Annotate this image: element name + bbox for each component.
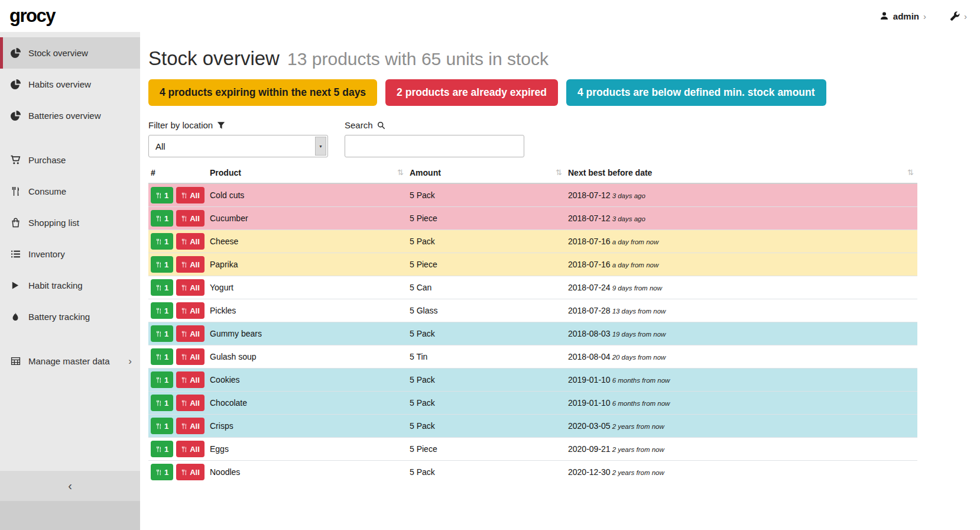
consume-all-button[interactable]: All — [176, 233, 205, 250]
sidebar-item-purchase[interactable]: Purchase — [0, 144, 140, 176]
sidebar-nav: Stock overview Habits overview Batteries… — [0, 32, 140, 377]
shopping-bag-icon — [11, 218, 22, 228]
product-name: Yogurt — [207, 276, 407, 299]
search-input[interactable] — [345, 135, 524, 157]
consume-one-button[interactable]: 1 — [151, 348, 173, 365]
alert-expired[interactable]: 2 products are already expired — [385, 79, 558, 106]
user-name: admin — [893, 11, 919, 21]
sidebar-item-habit-tracking[interactable]: Habit tracking — [0, 270, 140, 301]
location-select-value: All — [149, 141, 315, 151]
product-name: Cookies — [207, 369, 407, 392]
location-select[interactable]: All ▾ — [148, 135, 328, 157]
column-header-amount[interactable]: Amount ⇅ — [407, 164, 566, 183]
consume-all-button[interactable]: All — [176, 418, 205, 434]
sidebar: Stock overview Habits overview Batteries… — [0, 32, 140, 530]
row-actions: 1All — [148, 207, 207, 230]
cutlery-icon — [181, 400, 187, 406]
sidebar-item-shopping-list[interactable]: Shopping list — [0, 207, 140, 238]
sort-icon[interactable]: ⇅ — [556, 168, 562, 177]
best-before-date: 2018-08-0420 days from now — [566, 345, 917, 369]
consume-one-button[interactable]: 1 — [151, 371, 173, 388]
table-icon — [11, 356, 22, 366]
app-logo[interactable]: grocy — [9, 5, 55, 27]
cutlery-icon — [181, 377, 187, 383]
cutlery-icon — [181, 423, 187, 429]
consume-one-button[interactable]: 1 — [151, 187, 173, 203]
product-name: Crisps — [207, 415, 407, 438]
consume-all-button[interactable]: All — [176, 395, 205, 411]
consume-all-button[interactable]: All — [176, 302, 205, 319]
sidebar-item-stock-overview[interactable]: Stock overview — [0, 37, 140, 69]
sidebar-item-manage-master-data[interactable]: Manage master data › — [0, 345, 140, 377]
best-before-date: 2018-07-123 days ago — [566, 207, 917, 230]
sidebar-bottom-strip — [0, 501, 140, 530]
settings-menu[interactable]: › — [950, 11, 967, 21]
app-window: grocy admin › › — [0, 0, 980, 530]
column-header-best-before[interactable]: Next best before date ⇅ — [566, 164, 917, 183]
chevron-right-icon: › — [128, 356, 132, 367]
consume-all-button[interactable]: All — [176, 441, 205, 457]
cutlery-icon — [181, 285, 187, 291]
consume-one-button[interactable]: 1 — [151, 256, 173, 273]
consume-one-button[interactable]: 1 — [151, 395, 173, 411]
column-header-number[interactable]: # — [148, 164, 207, 183]
product-amount: 5 Pack — [407, 183, 566, 207]
consume-all-button[interactable]: All — [176, 371, 205, 388]
stock-table-body: 1AllCold cuts5 Pack2018-07-123 days ago1… — [148, 183, 917, 483]
consume-all-button[interactable]: All — [176, 325, 205, 342]
cutlery-icon — [155, 192, 162, 199]
consume-one-button[interactable]: 1 — [151, 325, 173, 342]
column-header-label: Product — [210, 168, 241, 177]
consume-one-button[interactable]: 1 — [151, 441, 173, 457]
consume-all-button[interactable]: All — [176, 279, 205, 296]
table-row: 1AllNoodles5 Pack2020-12-302 years from … — [148, 461, 917, 484]
table-row: 1AllPickles5 Glass2018-07-2813 days from… — [148, 299, 917, 322]
table-header-row: # Product ⇅ Amount ⇅ Next best before da… — [148, 164, 917, 183]
table-row: 1AllEggs5 Piece2020-09-212 years from no… — [148, 438, 917, 461]
cutlery-icon — [181, 331, 187, 337]
row-actions: 1All — [148, 345, 207, 369]
alert-below-min-stock[interactable]: 4 products are below defined min. stock … — [566, 79, 826, 106]
product-name: Eggs — [207, 438, 407, 461]
column-header-product[interactable]: Product ⇅ — [207, 164, 407, 183]
consume-one-button[interactable]: 1 — [151, 302, 173, 319]
consume-all-button[interactable]: All — [176, 256, 205, 273]
consume-one-button[interactable]: 1 — [151, 279, 173, 296]
consume-one-button[interactable]: 1 — [151, 210, 173, 227]
table-row: 1AllCheese5 Pack2018-07-16a day from now — [148, 230, 917, 253]
consume-one-button[interactable]: 1 — [151, 233, 173, 250]
product-name: Gulash soup — [207, 345, 407, 369]
sidebar-item-batteries-overview[interactable]: Batteries overview — [0, 100, 140, 131]
row-actions: 1All — [148, 183, 207, 207]
user-menu[interactable]: admin › — [880, 11, 926, 21]
utensils-icon — [11, 186, 22, 196]
sidebar-item-consume[interactable]: Consume — [0, 176, 140, 207]
sidebar-collapse-button[interactable]: ‹ — [0, 471, 140, 501]
consume-all-button[interactable]: All — [176, 348, 205, 365]
cutlery-icon — [155, 469, 162, 476]
page-title: Stock overview 13 products with 65 units… — [148, 47, 971, 70]
product-name: Paprika — [207, 253, 407, 276]
shopping-cart-icon — [11, 155, 22, 165]
pie-chart-icon — [11, 79, 22, 89]
column-header-label: Amount — [410, 168, 441, 177]
alert-expiring[interactable]: 4 products expiring within the next 5 da… — [148, 79, 377, 106]
sidebar-item-inventory[interactable]: Inventory — [0, 238, 140, 270]
sort-icon[interactable]: ⇅ — [907, 168, 914, 177]
pie-chart-icon — [11, 111, 22, 121]
consume-all-button[interactable]: All — [176, 187, 205, 203]
cutlery-icon — [181, 238, 187, 245]
product-amount: 5 Pack — [407, 369, 566, 392]
consume-all-button[interactable]: All — [176, 464, 205, 480]
product-name: Noodles — [207, 461, 407, 484]
sort-icon[interactable]: ⇅ — [397, 168, 404, 177]
consume-one-button[interactable]: 1 — [151, 464, 173, 480]
product-amount: 5 Pack — [407, 322, 566, 345]
sidebar-item-habits-overview[interactable]: Habits overview — [0, 69, 140, 100]
chevron-right-icon: › — [923, 11, 926, 21]
page-subtitle: 13 products with 65 units in stock — [287, 49, 549, 69]
cutlery-icon — [181, 192, 187, 199]
consume-all-button[interactable]: All — [176, 210, 205, 227]
sidebar-item-battery-tracking[interactable]: Battery tracking — [0, 301, 140, 332]
consume-one-button[interactable]: 1 — [151, 418, 173, 434]
